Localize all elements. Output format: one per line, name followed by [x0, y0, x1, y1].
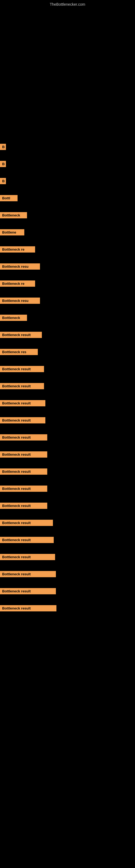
bottleneck-result-badge[interactable]: Bottleneck res	[0, 349, 38, 355]
result-row: Bottleneck result	[0, 417, 135, 424]
result-row: B	[0, 161, 135, 167]
result-row: Bottleneck result	[0, 588, 135, 594]
bottleneck-result-badge[interactable]: Bottleneck result	[0, 486, 47, 492]
bottleneck-result-badge[interactable]: Bottleneck result	[0, 366, 44, 372]
result-row: Bottleneck	[0, 315, 135, 321]
result-row: Bottleneck resu	[0, 298, 135, 304]
bottleneck-result-badge[interactable]: Bottleneck re	[0, 246, 35, 252]
bottleneck-result-badge[interactable]: Bottleneck resu	[0, 298, 40, 304]
bottleneck-result-badge[interactable]: Bottleneck result	[0, 537, 54, 543]
result-row: Bottleneck re	[0, 280, 135, 287]
site-title: TheBottlenecker.com	[50, 2, 85, 6]
bottleneck-result-badge[interactable]: Bottleneck	[0, 212, 27, 218]
result-row: Bottleneck re	[0, 246, 135, 252]
bottleneck-result-badge[interactable]: B	[0, 178, 6, 184]
bottleneck-result-badge[interactable]: Bottleneck resu	[0, 264, 40, 270]
bottleneck-result-badge[interactable]: Bottleneck result	[0, 520, 53, 526]
bottleneck-result-badge[interactable]: Bottleneck re	[0, 280, 35, 287]
result-row: Bottleneck result	[0, 383, 135, 389]
bottleneck-result-badge[interactable]: Bottleneck result	[0, 605, 56, 611]
bottleneck-result-badge[interactable]: Bottleneck result	[0, 383, 44, 389]
result-row: Bottleneck result	[0, 468, 135, 475]
result-row: Bottleneck result	[0, 503, 135, 509]
result-row: Bottleneck result	[0, 434, 135, 440]
result-row: B	[0, 144, 135, 150]
bottleneck-result-badge[interactable]: Bottleneck result	[0, 452, 47, 458]
bottleneck-result-badge[interactable]: Bottleneck	[0, 315, 27, 321]
bottleneck-result-badge[interactable]: Bottleneck result	[0, 400, 45, 406]
result-row: Bottleneck result	[0, 400, 135, 406]
bottleneck-result-badge[interactable]: Bottleneck result	[0, 468, 47, 475]
result-row: Bottleneck	[0, 212, 135, 218]
result-row: Bottleneck result	[0, 554, 135, 560]
result-row: Bottleneck result	[0, 332, 135, 338]
result-row: Bottleneck resu	[0, 264, 135, 270]
bottleneck-result-badge[interactable]: Bottlene	[0, 229, 24, 236]
bottleneck-result-badge[interactable]: Bottleneck result	[0, 417, 45, 424]
bottleneck-result-badge[interactable]: Bottleneck result	[0, 332, 42, 338]
result-row: Bottleneck result	[0, 366, 135, 372]
result-row: Bottleneck result	[0, 571, 135, 577]
bottleneck-result-badge[interactable]: Bottleneck result	[0, 571, 56, 577]
result-row: Bottleneck result	[0, 452, 135, 458]
results-container: BBBBottlBottleneckBottleneBottleneck reB…	[0, 144, 135, 622]
result-row: Bottleneck result	[0, 537, 135, 543]
result-row: B	[0, 178, 135, 184]
bottleneck-result-badge[interactable]: Bottleneck result	[0, 434, 47, 440]
bottleneck-result-badge[interactable]: Bottleneck result	[0, 588, 56, 594]
result-row: Bottleneck res	[0, 349, 135, 355]
bottleneck-result-badge[interactable]: B	[0, 144, 6, 150]
result-row: Bottl	[0, 195, 135, 201]
result-row: Bottleneck result	[0, 486, 135, 492]
bottleneck-result-badge[interactable]: Bottl	[0, 195, 17, 201]
bottleneck-result-badge[interactable]: B	[0, 161, 6, 167]
result-row: Bottleneck result	[0, 605, 135, 611]
bottleneck-result-badge[interactable]: Bottleneck result	[0, 554, 55, 560]
result-row: Bottleneck result	[0, 520, 135, 526]
result-row: Bottlene	[0, 229, 135, 236]
bottleneck-result-badge[interactable]: Bottleneck result	[0, 503, 47, 509]
